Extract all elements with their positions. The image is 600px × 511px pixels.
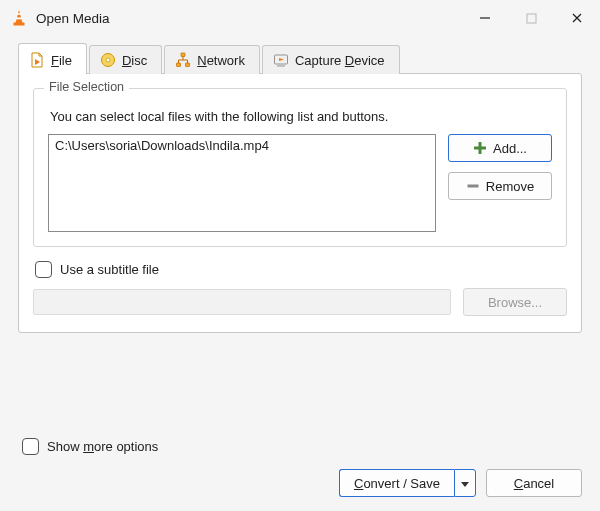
file-icon <box>29 52 45 68</box>
subtitle-checkbox-row: Use a subtitle file <box>35 261 567 278</box>
minimize-button[interactable] <box>462 0 508 36</box>
svg-rect-2 <box>16 18 23 20</box>
svg-marker-20 <box>461 482 469 487</box>
file-selection-legend: File Selection <box>44 80 129 94</box>
window-title: Open Media <box>36 11 110 26</box>
svg-rect-13 <box>186 63 190 67</box>
maximize-button[interactable] <box>508 0 554 36</box>
svg-rect-19 <box>467 185 478 188</box>
tab-file-label: File <box>51 53 72 68</box>
svg-rect-16 <box>277 65 285 67</box>
tab-disc-label: Disc <box>122 53 147 68</box>
open-media-window: Open Media File Disc <box>0 0 600 511</box>
remove-button-label: Remove <box>486 179 534 194</box>
add-button[interactable]: Add... <box>448 134 552 162</box>
tab-panel-file: File Selection You can select local file… <box>18 73 582 333</box>
tab-disc[interactable]: Disc <box>89 45 162 74</box>
more-options-checkbox[interactable] <box>22 438 39 455</box>
more-options-row: Show more options <box>22 438 582 455</box>
tab-capture[interactable]: Capture Device <box>262 45 400 74</box>
tab-capture-label: Capture Device <box>295 53 385 68</box>
client-area: File Disc Network <box>0 36 600 511</box>
file-selection-hint: You can select local files with the foll… <box>50 109 552 124</box>
svg-rect-1 <box>16 13 21 15</box>
subtitle-checkbox-label[interactable]: Use a subtitle file <box>60 262 159 277</box>
list-item[interactable]: C:\Users\soria\Downloads\Indila.mp4 <box>53 137 431 154</box>
file-list[interactable]: C:\Users\soria\Downloads\Indila.mp4 <box>48 134 436 232</box>
subtitle-file-row: Browse... <box>33 288 567 316</box>
convert-save-button[interactable]: Convert / Save <box>339 469 454 497</box>
tab-network-label: Network <box>197 53 245 68</box>
network-icon <box>175 52 191 68</box>
tab-file[interactable]: File <box>18 43 87 74</box>
plus-icon <box>473 141 487 155</box>
svg-marker-0 <box>16 10 23 23</box>
cancel-button[interactable]: Cancel <box>486 469 582 497</box>
svg-point-10 <box>106 58 110 62</box>
convert-save-splitbutton: Convert / Save <box>339 469 476 497</box>
dialog-action-row: Convert / Save Cancel <box>18 469 582 497</box>
bottom-area: Show more options Convert / Save Cancel <box>18 428 582 497</box>
capture-device-icon <box>273 52 289 68</box>
convert-save-label: Convert / Save <box>354 476 440 491</box>
subtitle-path-input <box>33 289 451 315</box>
browse-button: Browse... <box>463 288 567 316</box>
subtitle-checkbox[interactable] <box>35 261 52 278</box>
file-side-buttons: Add... Remove <box>448 134 552 232</box>
remove-button[interactable]: Remove <box>448 172 552 200</box>
titlebar: Open Media <box>0 0 600 36</box>
svg-rect-12 <box>177 63 181 67</box>
convert-save-dropdown[interactable] <box>454 469 476 497</box>
disc-icon <box>100 52 116 68</box>
file-row: C:\Users\soria\Downloads\Indila.mp4 Add.… <box>48 134 552 232</box>
chevron-down-icon <box>461 476 469 491</box>
browse-button-label: Browse... <box>488 295 542 310</box>
svg-rect-18 <box>474 147 486 150</box>
more-options-label[interactable]: Show more options <box>47 439 158 454</box>
file-selection-group: File Selection You can select local file… <box>33 88 567 247</box>
svg-rect-5 <box>527 14 536 23</box>
vlc-cone-icon <box>10 9 28 27</box>
add-button-label: Add... <box>493 141 527 156</box>
cancel-button-label: Cancel <box>514 476 554 491</box>
svg-rect-3 <box>14 23 25 26</box>
tab-bar: File Disc Network <box>18 42 582 74</box>
minus-icon <box>466 179 480 193</box>
svg-rect-11 <box>181 53 185 57</box>
tab-network[interactable]: Network <box>164 45 260 74</box>
close-button[interactable] <box>554 0 600 36</box>
